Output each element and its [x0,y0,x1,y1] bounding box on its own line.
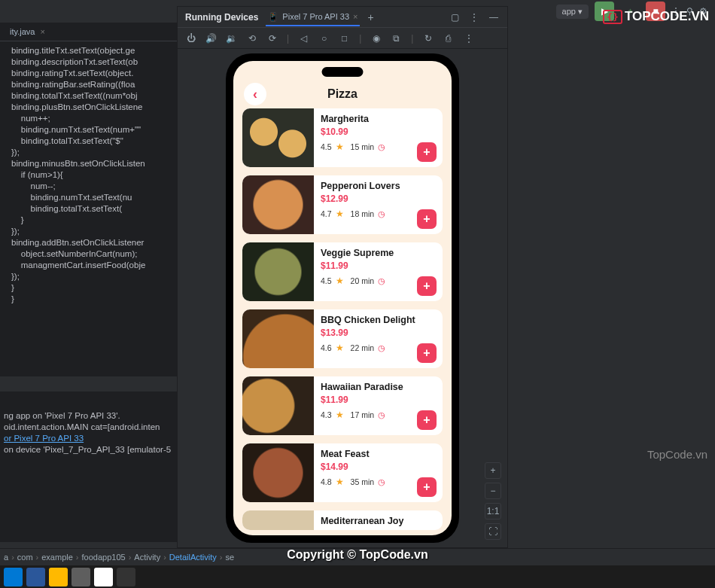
food-name: BBQ Chicken Delight [321,315,436,325]
options-icon[interactable]: ⋮ [468,12,480,23]
windows-taskbar[interactable] [0,565,715,588]
food-card[interactable]: Hawaiian Paradise $11.99 4.3 ★ 17 min ◷ … [242,376,443,435]
back-icon[interactable]: ◁ [298,33,309,44]
food-info: BBQ Chicken Delight $13.99 4.6 ★ 22 min … [314,309,443,368]
food-list[interactable]: Margherita $10.99 4.5 ★ 15 min ◷ + Peppe… [233,108,452,535]
topcode-watermark: {} TOPCODE.VN [603,9,709,24]
star-icon: ★ [336,209,344,219]
rating-value: 4.7 [321,209,332,218]
power-icon[interactable]: ⏻ [185,33,196,44]
back-button[interactable]: ‹ [244,83,266,105]
taskbar-icon[interactable] [94,568,113,586]
food-image [242,175,314,234]
phone-icon: 📱 [268,12,278,22]
food-name: Meat Feast [321,449,436,459]
screenshot-icon[interactable]: ◉ [370,33,382,44]
overview-icon[interactable]: □ [339,33,350,44]
add-to-cart-button[interactable]: + [417,276,437,296]
food-name: Pepperoni Lovers [321,181,436,191]
food-name: Veggie Supreme [321,248,436,258]
food-card[interactable]: Mediterranean Joy [242,510,443,530]
minimize-icon[interactable]: — [488,12,500,23]
food-name: Hawaiian Paradise [321,382,436,392]
panel-title: Running Devices [185,12,258,23]
clock-icon: ◷ [378,142,385,152]
run-console[interactable]: ng app on 'Pixel 7 Pro API 33'.oid.inten… [0,391,177,542]
run-config-dropdown[interactable]: app ▾ [556,5,589,19]
device-tab[interactable]: 📱 Pixel 7 Pro API 33 × [266,8,360,26]
clock-icon: ◷ [378,477,385,487]
food-image [242,443,314,502]
taskbar-icon[interactable] [26,568,45,586]
rating-value: 4.8 [321,477,332,486]
clock-icon: ◷ [378,209,385,219]
more-icon[interactable]: ⋮ [463,33,474,44]
volume-up-icon[interactable]: 🔊 [205,33,217,44]
clock-icon: ◷ [378,410,385,420]
food-card[interactable]: Margherita $10.99 4.5 ★ 15 min ◷ + [242,108,443,167]
food-price: $11.99 [321,395,436,405]
record-icon[interactable]: ⧉ [391,33,402,44]
food-info: Veggie Supreme $11.99 4.5 ★ 20 min ◷ + [314,242,443,301]
add-to-cart-button[interactable]: + [417,343,437,363]
page-title: Pizza [327,87,358,101]
window-icon[interactable]: ▢ [449,12,461,23]
food-image [242,376,314,435]
add-device-icon[interactable]: + [367,11,373,23]
food-image [242,510,314,530]
zoom-in-button[interactable]: + [485,462,501,479]
rating-value: 4.5 [321,142,332,151]
food-info: Meat Feast $14.99 4.8 ★ 35 min ◷ + [314,443,443,502]
time-value: 15 min [351,142,375,151]
food-info: Mediterranean Joy [314,510,443,530]
snapshot-icon[interactable]: ⎙ [443,33,454,44]
food-image [242,242,314,301]
editor-tab[interactable]: ity.java × [4,25,51,38]
zoom-controls: + − 1:1 ⛶ [485,462,501,540]
time-value: 18 min [351,209,375,218]
add-to-cart-button[interactable]: + [417,477,437,497]
phone-screen[interactable]: ‹ Pizza Margherita $10.99 4.5 ★ 15 min ◷… [233,61,452,535]
add-to-cart-button[interactable]: + [417,209,437,229]
emulator-viewport: ‹ Pizza Margherita $10.99 4.5 ★ 15 min ◷… [178,49,507,547]
food-name: Mediterranean Joy [321,516,436,526]
food-card[interactable]: Meat Feast $14.99 4.8 ★ 35 min ◷ + [242,443,443,502]
add-to-cart-button[interactable]: + [417,410,437,430]
taskbar-icon[interactable] [4,568,23,586]
time-value: 22 min [351,343,375,352]
food-card[interactable]: Veggie Supreme $11.99 4.5 ★ 20 min ◷ + [242,242,443,301]
reload-icon[interactable]: ↻ [422,33,434,44]
time-value: 17 min [351,410,375,419]
phone-notch [322,67,364,77]
food-price: $11.99 [321,260,436,271]
rotate-left-icon[interactable]: ⟲ [246,33,257,44]
close-tab-icon[interactable]: × [353,12,358,21]
food-card[interactable]: BBQ Chicken Delight $13.99 4.6 ★ 22 min … [242,309,443,368]
topcode-watermark-mid: TopCode.vn [647,448,707,461]
running-devices-panel: Running Devices 📱 Pixel 7 Pro API 33 × +… [177,6,508,548]
taskbar-icon[interactable] [72,568,90,586]
phone-frame: ‹ Pizza Margherita $10.99 4.5 ★ 15 min ◷… [226,53,459,543]
zoom-fit-button[interactable]: ⛶ [485,523,501,540]
topcode-icon: {} [603,10,622,24]
food-price: $14.99 [321,462,436,472]
star-icon: ★ [336,343,344,353]
clock-icon: ◷ [378,276,385,286]
food-name: Margherita [321,114,436,124]
food-price: $13.99 [321,328,436,338]
star-icon: ★ [336,142,344,152]
taskbar-icon[interactable] [49,568,68,586]
food-card[interactable]: Pepperoni Lovers $12.99 4.7 ★ 18 min ◷ + [242,175,443,234]
add-to-cart-button[interactable]: + [417,142,437,162]
rotate-right-icon[interactable]: ⟳ [266,33,278,44]
taskbar-icon[interactable] [117,568,135,586]
star-icon: ★ [336,477,344,487]
code-editor[interactable]: binding.titleTxt.setText(object.gebindin… [0,41,177,376]
food-info: Pepperoni Lovers $12.99 4.7 ★ 18 min ◷ + [314,175,443,234]
rating-value: 4.5 [321,276,332,285]
zoom-actual-button[interactable]: 1:1 [485,503,501,519]
zoom-out-button[interactable]: − [485,483,501,499]
star-icon: ★ [336,276,344,286]
home-icon[interactable]: ○ [318,33,330,44]
volume-down-icon[interactable]: 🔉 [226,33,237,44]
